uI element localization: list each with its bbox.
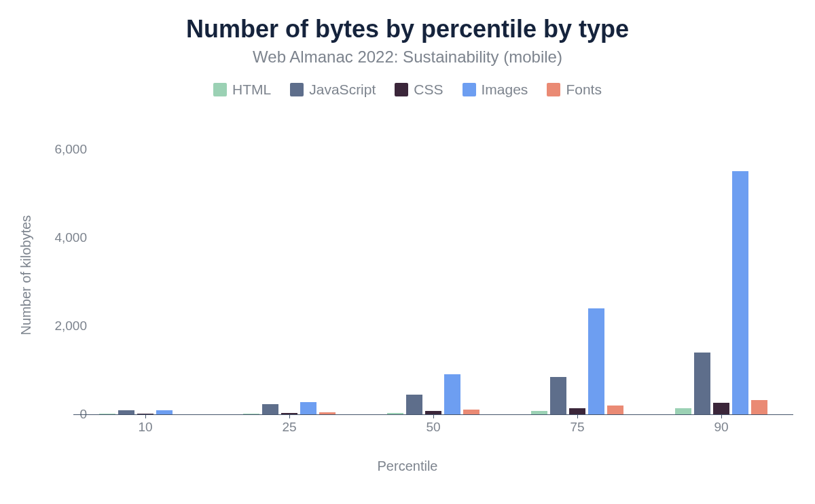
bar-images-25 xyxy=(300,402,316,414)
legend-label: JavaScript xyxy=(309,82,376,98)
legend-item-fonts[interactable]: Fonts xyxy=(547,82,602,98)
bar-images-75 xyxy=(588,308,604,414)
x-tick-mark xyxy=(145,414,146,418)
plot-area xyxy=(73,136,793,414)
legend-swatch-icon xyxy=(547,83,560,96)
bar-html-90 xyxy=(675,408,691,414)
legend-item-images[interactable]: Images xyxy=(463,82,528,98)
bar-javascript-75 xyxy=(550,377,566,414)
x-tick-label: 90 xyxy=(714,420,728,435)
x-tick-label: 25 xyxy=(282,420,296,435)
bar-fonts-50 xyxy=(463,410,479,414)
legend-item-html[interactable]: HTML xyxy=(213,82,271,98)
y-tick-label: 2,000 xyxy=(33,319,87,334)
y-tick-label: 6,000 xyxy=(33,142,87,157)
bar-images-50 xyxy=(444,374,460,414)
bar-css-75 xyxy=(569,408,585,414)
bar-css-90 xyxy=(713,403,729,414)
legend-swatch-icon xyxy=(290,83,304,96)
legend-swatch-icon xyxy=(463,83,476,96)
bar-javascript-90 xyxy=(694,353,710,414)
legend-label: CSS xyxy=(414,82,443,98)
chart-title: Number of bytes by percentile by type xyxy=(0,0,815,43)
y-axis-label: Number of kilobytes xyxy=(18,215,34,336)
legend-swatch-icon xyxy=(213,83,227,96)
bar-images-90 xyxy=(732,171,748,414)
x-tick-label: 75 xyxy=(570,420,584,435)
legend-item-javascript[interactable]: JavaScript xyxy=(290,82,376,98)
x-tick-mark xyxy=(433,414,434,418)
legend-label: Images xyxy=(482,82,528,98)
x-tick-mark xyxy=(577,414,578,418)
bar-javascript-25 xyxy=(262,404,278,414)
bar-fonts-90 xyxy=(751,400,767,414)
x-tick-mark xyxy=(721,414,722,418)
legend-label: Fonts xyxy=(566,82,602,98)
x-axis-label: Percentile xyxy=(378,458,438,474)
chart-subtitle: Web Almanac 2022: Sustainability (mobile… xyxy=(0,48,815,67)
bar-fonts-75 xyxy=(607,406,623,414)
legend-item-css[interactable]: CSS xyxy=(395,82,443,98)
bar-javascript-50 xyxy=(406,395,422,414)
y-tick-label: 4,000 xyxy=(33,230,87,245)
legend-swatch-icon xyxy=(395,83,408,96)
legend: HTMLJavaScriptCSSImagesFonts xyxy=(0,82,815,98)
x-tick-label: 50 xyxy=(426,420,440,435)
x-tick-mark xyxy=(289,414,290,418)
legend-label: HTML xyxy=(232,82,271,98)
x-tick-label: 10 xyxy=(138,420,152,435)
